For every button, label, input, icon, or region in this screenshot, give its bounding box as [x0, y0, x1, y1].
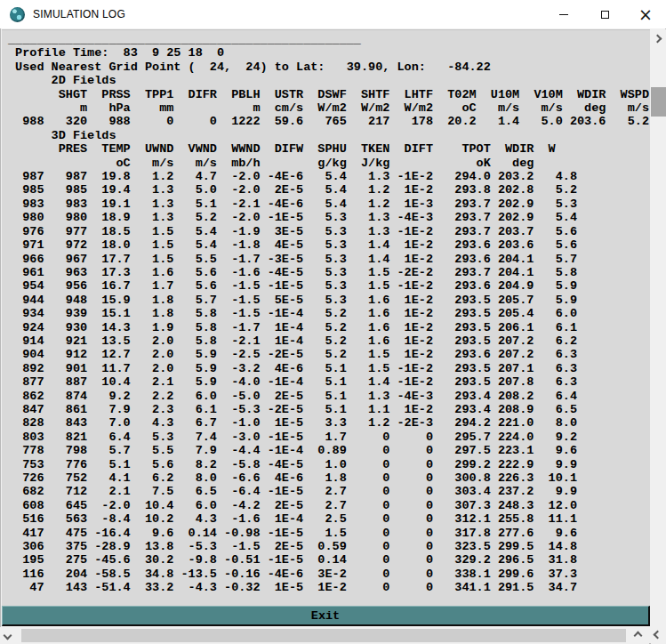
chevron-down-icon[interactable]	[654, 631, 662, 640]
chevron-up-icon[interactable]	[654, 35, 662, 44]
vertical-scrollbar-thumb[interactable]	[651, 87, 666, 117]
vertical-scrollbar[interactable]	[651, 29, 666, 644]
exit-button-label: Exit	[311, 609, 340, 623]
log-viewport[interactable]: ________________________________________…	[2, 29, 650, 606]
window-controls: ×	[543, 0, 666, 28]
log-text: ________________________________________…	[2, 30, 650, 595]
maximize-button[interactable]	[584, 0, 625, 28]
chevron-left-icon[interactable]	[4, 632, 12, 640]
simulation-log-window: SIMULATION LOG × _______________________…	[0, 0, 666, 644]
maximize-icon	[601, 11, 609, 19]
exit-button[interactable]: Exit	[2, 606, 650, 626]
chevron-right-icon[interactable]	[634, 632, 643, 640]
globe-icon	[10, 7, 25, 22]
close-button[interactable]: ×	[625, 0, 666, 28]
close-icon: ×	[638, 10, 653, 19]
horizontal-scrollbar-thumb[interactable]	[21, 629, 626, 642]
minimize-icon	[559, 14, 568, 15]
horizontal-scrollbar[interactable]	[0, 627, 649, 644]
minimize-button[interactable]	[543, 0, 584, 28]
window-title: SIMULATION LOG	[33, 8, 125, 20]
titlebar: SIMULATION LOG ×	[0, 0, 666, 28]
